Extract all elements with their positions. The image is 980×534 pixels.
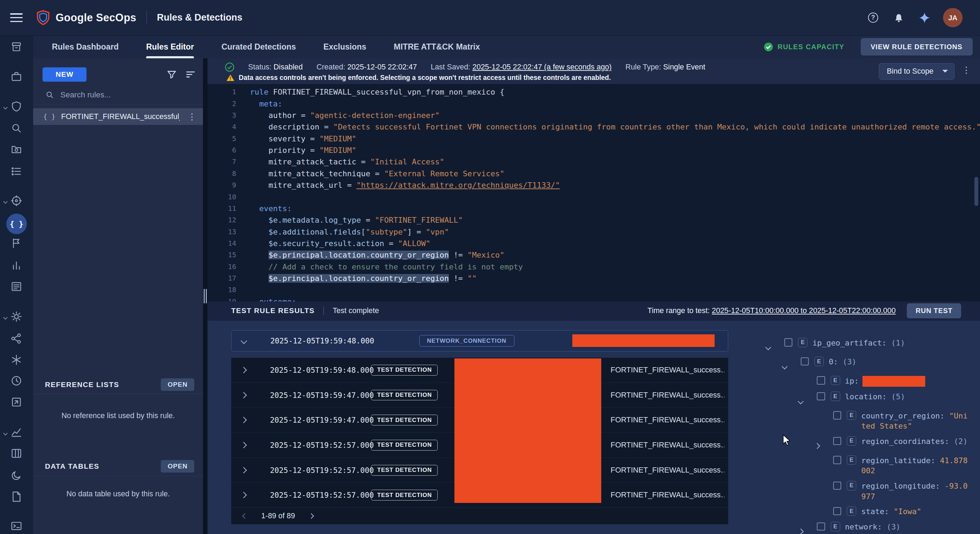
detection-rule-name: FORTINET_FIREWALL_success… xyxy=(611,391,724,400)
tree-checkbox[interactable] xyxy=(801,357,809,365)
chevron-right-icon[interactable] xyxy=(814,436,833,450)
detection-rule-name: FORTINET_FIREWALL_success… xyxy=(611,416,724,424)
threat-detection-rail-item[interactable] xyxy=(0,97,33,118)
chevron-right-icon[interactable] xyxy=(240,492,247,498)
console-rail-item[interactable] xyxy=(0,516,33,534)
tree-row[interactable]: Eip_geo_artifact: (1) xyxy=(738,335,970,354)
chevron-down-icon[interactable] xyxy=(798,392,817,406)
tree-row[interactable]: Enetwork: (3) xyxy=(738,519,970,534)
rules-list-rail-item[interactable] xyxy=(0,162,33,183)
selected-event-row[interactable]: 2025-12-05T19:59:48.000 NETWORK_CONNECTI… xyxy=(231,330,728,351)
tree-checkbox[interactable] xyxy=(817,392,825,400)
notifications-bell-icon[interactable] xyxy=(892,11,905,24)
detection-timestamp: 2025-12-05T19:59:47.000 xyxy=(270,416,374,424)
tab-rules-dashboard[interactable]: Rules Dashboard xyxy=(52,36,119,58)
rules-capacity-link[interactable]: RULES CAPACITY xyxy=(764,42,844,52)
dark-mode-rail-item[interactable] xyxy=(0,466,33,487)
tree-row[interactable]: E0: (3) xyxy=(738,354,970,373)
alerts-rail-item[interactable] xyxy=(0,234,33,255)
code-editor[interactable]: 12345678910111213141516171819 rule FORTI… xyxy=(207,84,980,301)
tree-checkbox[interactable] xyxy=(833,507,841,515)
time-range-to-test[interactable]: Time range to test: 2025-12-05T10:00:00.… xyxy=(648,306,896,315)
bind-to-scope-dropdown[interactable]: Bind to Scope xyxy=(879,63,954,80)
tree-text: 0: (3) xyxy=(829,357,970,367)
view-rule-detections-button[interactable]: VIEW RULE DETECTIONS xyxy=(861,38,973,56)
previous-page-button[interactable] xyxy=(237,508,253,523)
chevron-slot xyxy=(814,481,833,483)
data-tables-open-button[interactable]: OPEN xyxy=(161,460,194,473)
chevron-right-icon[interactable] xyxy=(240,417,247,423)
entity-badge: E xyxy=(847,436,856,446)
tree-checkbox[interactable] xyxy=(833,456,841,464)
new-rule-button[interactable]: NEW xyxy=(43,67,87,82)
tree-row[interactable]: Elocation: (5) xyxy=(738,389,970,408)
editor-scrollbar-thumb[interactable] xyxy=(974,177,978,206)
tab-mitre-att-ck-matrix[interactable]: MITRE ATT&CK Matrix xyxy=(394,36,480,58)
chevron-right-icon[interactable] xyxy=(798,522,817,534)
data-tables-rail-item[interactable] xyxy=(0,444,33,465)
chevron-right-icon[interactable] xyxy=(240,442,247,448)
tree-checkbox[interactable] xyxy=(817,376,825,384)
chevron-down-icon[interactable] xyxy=(765,338,784,352)
tab-exclusions[interactable]: Exclusions xyxy=(323,36,366,58)
rules-editor-rail-item[interactable]: { } xyxy=(0,213,33,234)
schedule-rail-item[interactable] xyxy=(0,371,33,393)
group-chevron-icon[interactable] xyxy=(3,315,8,320)
chevron-right-icon[interactable] xyxy=(240,392,247,398)
storage-rail-item[interactable] xyxy=(0,38,33,59)
rule-item-menu-icon[interactable]: ⋮ xyxy=(186,112,198,121)
search-rail-item[interactable] xyxy=(0,119,33,140)
detection-lists-rail-item[interactable] xyxy=(0,277,33,298)
rules-editor-active-indicator: { } xyxy=(6,214,27,234)
sort-icon[interactable] xyxy=(186,69,196,80)
splitter-grip[interactable] xyxy=(204,289,207,303)
response-rail-item[interactable] xyxy=(0,191,33,212)
detection-type-badge: TEST DETECTION xyxy=(371,490,438,501)
chevron-right-icon[interactable] xyxy=(240,467,247,473)
rules-search-input[interactable] xyxy=(59,90,195,100)
tree-checkbox[interactable] xyxy=(817,523,825,531)
settings-rail-item[interactable] xyxy=(0,307,33,328)
tab-rules-editor[interactable]: Rules Editor xyxy=(146,36,194,58)
tree-checkbox[interactable] xyxy=(833,411,841,419)
tree-row[interactable]: Eregion_coordinates: (2) xyxy=(738,434,970,453)
dashboards-rail-item[interactable] xyxy=(0,256,33,277)
tree-checkbox[interactable] xyxy=(833,481,841,490)
user-avatar[interactable]: JA xyxy=(943,8,963,27)
reference-lists-open-button[interactable]: OPEN xyxy=(161,378,194,391)
group-chevron-icon[interactable] xyxy=(3,431,8,435)
chevron-down-icon[interactable] xyxy=(241,338,247,344)
raw-logs-search-rail-item[interactable] xyxy=(0,140,33,161)
cases-rail-item[interactable] xyxy=(0,68,33,89)
sidebar-splitter[interactable] xyxy=(203,58,207,534)
tab-curated-detections[interactable]: Curated Detections xyxy=(221,36,296,58)
chevron-down-icon[interactable] xyxy=(781,357,801,371)
tree-row[interactable]: Estate: "Iowa" xyxy=(738,504,970,519)
rule-options-menu-icon[interactable]: ⋮ xyxy=(960,65,973,74)
detection-type-badge: TEST DETECTION xyxy=(371,414,438,426)
filter-icon[interactable] xyxy=(167,69,177,80)
tree-row[interactable]: Ecountry_or_region: "United States" xyxy=(738,408,970,434)
run-test-button[interactable]: RUN TEST xyxy=(907,303,961,318)
gemini-sparkle-icon[interactable] xyxy=(918,11,931,24)
hamburger-menu-icon[interactable] xyxy=(10,13,23,22)
export-rail-item[interactable] xyxy=(0,393,33,414)
rule-list-item-selected[interactable]: { } FORTINET_FIREWALL_successful_vp ⋮ xyxy=(33,108,203,125)
tree-row[interactable]: Eip: xyxy=(738,373,970,389)
data-sources-rail-item[interactable] xyxy=(0,351,33,372)
tree-row[interactable]: Eregion_latitude: 41.878002 xyxy=(738,453,970,478)
chevron-slot xyxy=(814,456,833,458)
integrations-rail-item[interactable] xyxy=(0,329,33,351)
rules-editor-icon: { } xyxy=(10,220,23,228)
next-page-button[interactable] xyxy=(304,508,319,523)
group-chevron-icon[interactable] xyxy=(3,105,8,110)
tree-checkbox[interactable] xyxy=(833,437,841,445)
help-icon[interactable]: ? xyxy=(866,11,880,24)
tree-row[interactable]: Eregion_longitude: -93.0977 xyxy=(738,478,970,504)
group-chevron-icon[interactable] xyxy=(3,200,8,204)
tree-checkbox[interactable] xyxy=(784,338,792,346)
chevron-right-icon[interactable] xyxy=(240,367,247,373)
analytics-rail-item[interactable] xyxy=(0,422,33,444)
documents-rail-item[interactable] xyxy=(0,487,33,508)
detection-type-badge: TEST DETECTION xyxy=(371,390,438,401)
